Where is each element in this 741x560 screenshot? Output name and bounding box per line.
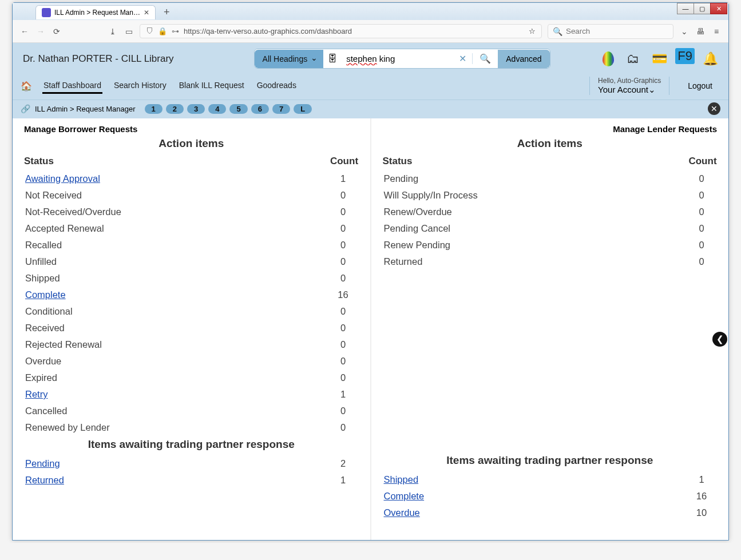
- lender-awaiting-header: Items awaiting trading partner response: [383, 454, 718, 467]
- search-icon: 🔍: [553, 27, 562, 36]
- page-pill-4[interactable]: 4: [208, 104, 226, 114]
- page-pill-6[interactable]: 6: [251, 104, 269, 114]
- your-account-dropdown[interactable]: Your Account⌄: [598, 85, 661, 95]
- browser-tab[interactable]: ILL Admin > Request Manager | ✕: [35, 5, 156, 19]
- borrower-status: Recalled: [25, 240, 329, 251]
- borrower-count: 16: [329, 289, 358, 300]
- borrower-await-count: 1: [329, 475, 358, 486]
- download-icon[interactable]: ⤓: [108, 27, 118, 36]
- borrower-status[interactable]: Retry: [25, 389, 329, 400]
- address-bar[interactable]: ⛉ 🔒 ⊶ ☆: [140, 24, 542, 38]
- page-pill-L[interactable]: L: [294, 104, 312, 114]
- borrower-status: Cancelled: [25, 406, 329, 416]
- borrower-status: Overdue: [25, 356, 329, 367]
- borrower-row: Not Received0: [24, 187, 359, 204]
- catalog-search-display[interactable]: stephen king: [342, 49, 396, 68]
- lender-await-status[interactable]: Shipped: [384, 474, 688, 485]
- nav-reload-icon[interactable]: ⟳: [51, 27, 62, 36]
- borrower-count: 1: [329, 389, 358, 400]
- page-pill-7[interactable]: 7: [272, 104, 290, 114]
- search-submit-icon[interactable]: 🔍: [472, 53, 498, 64]
- borrower-status: Conditional: [25, 306, 329, 317]
- page-pill-5[interactable]: 5: [229, 104, 247, 114]
- lender-status: Returned: [384, 256, 688, 267]
- borrower-row: Shipped0: [24, 270, 359, 287]
- new-tab-button[interactable]: +: [160, 6, 173, 18]
- lender-count: 0: [687, 240, 716, 251]
- url-input[interactable]: [184, 27, 524, 35]
- user-library-label: Dr. Nathan PORTER - CILL Library: [23, 53, 174, 65]
- nav-staff-dashboard[interactable]: Staff Dashboard: [42, 78, 102, 94]
- pocket-icon[interactable]: ⌄: [679, 27, 690, 36]
- page-pill-1[interactable]: 1: [145, 104, 163, 114]
- borrower-awaiting-header: Items awaiting trading partner response: [24, 438, 359, 451]
- nav-search-history[interactable]: Search History: [113, 78, 168, 94]
- nav-goodreads[interactable]: Goodreads: [256, 78, 298, 94]
- clear-search-icon[interactable]: ✕: [453, 53, 472, 64]
- lender-count: 0: [687, 206, 716, 217]
- borrower-row: Overdue0: [24, 353, 359, 370]
- borrower-status: Renewed by Lender: [25, 422, 329, 433]
- page-pill-3[interactable]: 3: [187, 104, 205, 114]
- lock-icon: 🔒: [158, 27, 167, 35]
- lender-await-status[interactable]: Overdue: [384, 507, 688, 518]
- borrower-await-count: 2: [329, 458, 358, 469]
- menu-icon[interactable]: ≡: [711, 27, 722, 36]
- lender-count-header: Count: [688, 156, 717, 167]
- page-pill-2[interactable]: 2: [166, 104, 184, 114]
- borrower-status: Accepted Renewal: [25, 223, 329, 234]
- borrower-count: 0: [329, 206, 358, 217]
- headings-dropdown[interactable]: All Headings: [255, 50, 324, 68]
- borrower-count: 0: [329, 240, 358, 251]
- borrower-await-status[interactable]: Returned: [25, 475, 329, 486]
- browser-search-input[interactable]: [566, 27, 668, 35]
- favorites-icon[interactable]: ❤F9: [680, 51, 690, 66]
- window-maximize-button[interactable]: ▢: [694, 3, 711, 14]
- borrower-count: 0: [329, 406, 358, 416]
- lender-await-status[interactable]: Complete: [384, 491, 688, 502]
- borrower-row: Not-Received/Overdue0: [24, 204, 359, 220]
- lender-action-header: Action items: [383, 137, 718, 150]
- borrower-row: Awaiting Approval1: [24, 170, 359, 187]
- logout-link[interactable]: Logout: [680, 81, 720, 90]
- borrower-count: 0: [329, 190, 358, 201]
- browser-search[interactable]: 🔍: [548, 24, 673, 39]
- balloon-icon[interactable]: [603, 51, 614, 66]
- nav-blank-ill-request[interactable]: Blank ILL Request: [178, 78, 245, 94]
- bell-icon[interactable]: 🔔: [703, 51, 718, 66]
- borrower-count: 0: [329, 223, 358, 234]
- lender-row: Returned0: [383, 253, 718, 270]
- window-close-button[interactable]: ✕: [710, 3, 727, 14]
- borrower-await-row: Pending2: [24, 455, 359, 472]
- borrower-count-header: Count: [330, 156, 359, 167]
- bookmark-star-icon[interactable]: ☆: [529, 27, 536, 35]
- nav-forward-icon: →: [35, 27, 46, 36]
- lender-row: Pending Cancel0: [383, 220, 718, 237]
- borrower-row: Rejected Renewal0: [24, 336, 359, 353]
- breadcrumb[interactable]: ILL Admin > Request Manager: [35, 105, 136, 113]
- lender-await-row: Shipped1: [383, 471, 718, 488]
- lender-await-count: 1: [687, 474, 716, 485]
- borrower-status[interactable]: Awaiting Approval: [25, 173, 329, 184]
- borrower-row: Renewed by Lender0: [24, 419, 359, 436]
- nav-back-icon[interactable]: ←: [19, 27, 30, 36]
- clipboard-icon[interactable]: ▭: [124, 27, 134, 36]
- borrower-status[interactable]: Complete: [25, 289, 329, 300]
- print-icon[interactable]: 🖶: [695, 27, 706, 36]
- close-panel-icon[interactable]: ✕: [708, 102, 720, 115]
- borrower-status: Rejected Renewal: [25, 339, 329, 350]
- advanced-search-button[interactable]: Advanced: [498, 50, 549, 68]
- explore-icon[interactable]: 🗂: [627, 51, 639, 66]
- lender-row: Pending0: [383, 170, 718, 187]
- borrower-status: Not Received: [25, 190, 329, 201]
- lender-status: Renew/Overdue: [384, 206, 688, 217]
- database-icon[interactable]: 🗄: [323, 54, 342, 64]
- borrower-await-status[interactable]: Pending: [25, 458, 329, 469]
- borrower-status: Shipped: [25, 273, 329, 284]
- tab-close-icon[interactable]: ✕: [144, 9, 149, 17]
- collapse-arrow-icon[interactable]: ❮: [712, 332, 727, 347]
- window-minimize-button[interactable]: —: [677, 3, 694, 14]
- borrower-count: 0: [329, 306, 358, 317]
- home-icon[interactable]: 🏠: [21, 81, 32, 92]
- card-icon[interactable]: 💳: [652, 51, 667, 66]
